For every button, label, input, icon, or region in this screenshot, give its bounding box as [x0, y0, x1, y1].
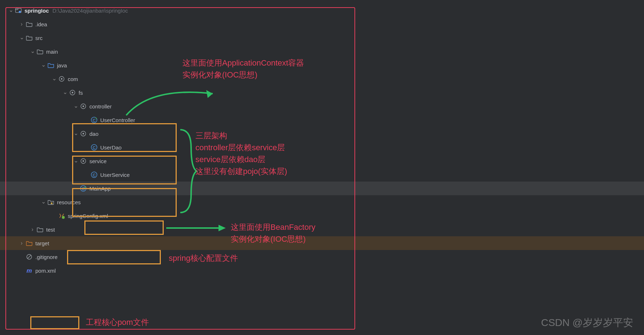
tree-row-userservice[interactable]: C UserService	[0, 168, 644, 182]
chevron-down-icon[interactable]	[40, 62, 47, 69]
file-label: .gitignore	[35, 254, 58, 260]
folder-label: test	[46, 227, 55, 233]
package-icon	[79, 157, 87, 165]
folder-label: .idea	[35, 21, 47, 27]
runnable-class-icon: C	[79, 184, 87, 192]
watermark: CSDN @岁岁岁平安	[541, 316, 633, 330]
class-icon: C	[90, 116, 98, 124]
folder-label: resources	[57, 199, 81, 205]
tree-row-service[interactable]: service	[0, 154, 644, 168]
folder-label: src	[35, 35, 43, 41]
chevron-right-icon[interactable]	[18, 240, 25, 246]
svg-rect-2	[19, 11, 21, 13]
tree-row-userdao[interactable]: C UserDao	[0, 140, 644, 154]
chevron-down-icon[interactable]	[18, 35, 25, 41]
class-label: UserService	[100, 172, 130, 178]
gitignore-icon	[25, 253, 33, 261]
svg-text:C: C	[93, 146, 96, 150]
file-label: springConfig.xml	[68, 213, 108, 219]
tree-row-resources[interactable]: resources	[0, 195, 644, 209]
svg-text:m: m	[27, 267, 32, 274]
tree-row-usercontroller[interactable]: C UserController	[0, 113, 644, 127]
project-folder-icon	[14, 6, 22, 14]
source-folder-icon	[47, 61, 55, 69]
folder-label: main	[46, 49, 58, 55]
folder-icon	[25, 20, 33, 28]
svg-rect-23	[51, 202, 53, 204]
package-icon	[69, 89, 76, 97]
tree-row-com[interactable]: com	[0, 72, 644, 86]
tree-row-mainapp[interactable]: C MainApp	[0, 182, 644, 195]
folder-label: target	[35, 240, 49, 246]
svg-line-26	[28, 255, 31, 259]
chevron-down-icon[interactable]	[40, 199, 47, 206]
svg-point-24	[62, 216, 65, 219]
spring-xml-icon	[58, 212, 66, 220]
svg-point-6	[72, 92, 74, 94]
file-label: pom.xml	[35, 268, 56, 274]
project-name: springIoc	[25, 8, 49, 14]
svg-point-4	[61, 78, 63, 80]
tree-row-gitignore[interactable]: .gitignore	[0, 250, 644, 264]
svg-text:C: C	[82, 187, 85, 191]
class-icon: C	[90, 171, 98, 179]
resources-folder-icon	[47, 198, 55, 206]
svg-point-8	[83, 106, 84, 107]
folder-icon	[36, 48, 44, 55]
folder-label: java	[57, 62, 67, 68]
maven-icon: m	[25, 267, 33, 274]
tree-row-springconfig[interactable]: springConfig.xml	[0, 209, 644, 223]
class-label: MainApp	[89, 186, 111, 192]
svg-point-17	[83, 160, 84, 162]
annotation-box-pom	[30, 316, 79, 329]
project-tree: springIoc D:\Java2024qijianban\springIoc…	[0, 0, 644, 281]
annotation-pom: 工程核心pom文件	[86, 316, 149, 328]
package-label: controller	[89, 103, 112, 110]
svg-text:C: C	[93, 118, 96, 122]
tree-row-main[interactable]: main	[0, 45, 644, 58]
tree-row-dao[interactable]: dao	[0, 127, 644, 140]
tree-row-fs[interactable]: fs	[0, 86, 644, 99]
tree-row-idea[interactable]: .idea	[0, 17, 644, 31]
chevron-right-icon[interactable]	[18, 21, 25, 27]
package-icon	[79, 130, 87, 138]
tree-row-pom[interactable]: m pom.xml	[0, 264, 644, 277]
chevron-down-icon[interactable]	[29, 48, 36, 55]
package-label: service	[89, 158, 107, 164]
package-icon	[79, 102, 87, 110]
svg-point-13	[83, 133, 84, 135]
class-label: UserDao	[100, 144, 122, 151]
tree-row-src[interactable]: src	[0, 31, 644, 45]
chevron-down-icon[interactable]	[61, 89, 69, 96]
folder-icon	[36, 225, 44, 233]
svg-rect-1	[16, 8, 18, 9]
chevron-right-icon[interactable]	[29, 226, 36, 233]
package-label: dao	[89, 131, 98, 137]
chevron-down-icon[interactable]	[72, 103, 79, 110]
chevron-down-icon[interactable]	[7, 7, 14, 14]
tree-row-test[interactable]: test	[0, 223, 644, 236]
tree-row-project-root[interactable]: springIoc D:\Java2024qijianban\springIoc	[0, 4, 644, 17]
chevron-down-icon[interactable]	[72, 158, 79, 165]
package-icon	[58, 75, 66, 83]
chevron-down-icon[interactable]	[50, 76, 58, 82]
svg-text:C: C	[93, 173, 96, 177]
tree-row-controller[interactable]: controller	[0, 99, 644, 113]
class-label: UserController	[100, 117, 135, 123]
package-label: com	[68, 76, 78, 82]
tree-row-java[interactable]: java	[0, 58, 644, 72]
folder-icon	[25, 34, 33, 42]
class-icon: C	[90, 143, 98, 151]
tree-row-target[interactable]: target	[0, 236, 644, 250]
chevron-down-icon[interactable]	[72, 130, 79, 137]
excluded-folder-icon	[25, 239, 33, 247]
project-path: D:\Java2024qijianban\springIoc	[53, 8, 128, 14]
package-label: fs	[79, 90, 83, 96]
